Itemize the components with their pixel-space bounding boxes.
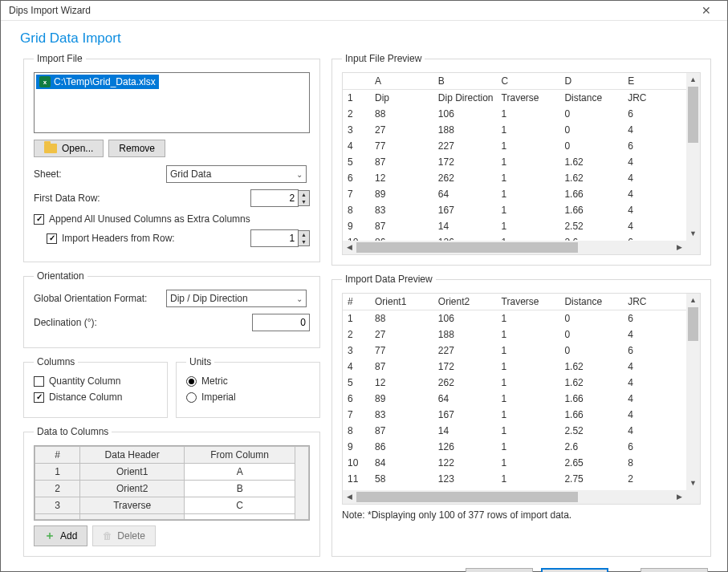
first-row-spinner[interactable]: ▲▼ (250, 189, 310, 207)
table-row[interactable] (35, 514, 309, 520)
format-label: Global Orientation Format: (34, 293, 166, 304)
table-row[interactable]: 6896411.664 (343, 391, 700, 407)
scroll-up-icon[interactable]: ▲ (686, 73, 700, 87)
table-row[interactable]: 3 Traverse C (35, 497, 309, 514)
chevron-down-icon: ⌄ (296, 170, 303, 179)
open-button[interactable]: Open... (34, 140, 104, 157)
remove-button[interactable]: Remove (108, 140, 165, 157)
spin-down-icon[interactable]: ▼ (299, 198, 309, 205)
table-row[interactable]: 327188104 (343, 122, 700, 138)
d2c-scrollbar[interactable] (295, 447, 309, 520)
import-headers-spinner[interactable]: ▲▼ (250, 229, 310, 247)
window-title: Dips Import Wizard (9, 5, 693, 16)
table-row[interactable]: 288106106 (343, 106, 700, 122)
table-row[interactable]: 1 Orient1 A (35, 464, 309, 481)
excel-icon: x (39, 76, 51, 87)
table-row[interactable]: 61226211.624 (343, 170, 700, 186)
spin-down-icon[interactable]: ▼ (299, 238, 309, 245)
spin-up-icon[interactable]: ▲ (299, 231, 309, 238)
scroll-left-icon[interactable]: ◀ (343, 241, 356, 254)
spin-up-icon[interactable]: ▲ (299, 191, 309, 198)
horizontal-scrollbar[interactable]: ◀ ▶ (343, 490, 686, 504)
input-preview-table[interactable]: ABCDE1DipDip DirectionTraverseDistanceJR… (342, 72, 701, 255)
data-to-columns-group: Data to Columns # Data Header From Colum… (23, 426, 320, 557)
file-list[interactable]: x C:\Temp\Grid_Data.xlsx (34, 72, 310, 133)
table-row[interactable]: 58717211.624 (343, 154, 700, 170)
plus-icon: ＋ (44, 529, 55, 543)
table-row[interactable]: 7896411.664 (343, 186, 700, 202)
table-row[interactable]: 78316711.664 (343, 407, 700, 423)
vertical-scrollbar[interactable]: ▲ ▼ (686, 73, 700, 241)
titlebar: Dips Import Wizard ✕ (1, 1, 727, 21)
metric-radio[interactable] (186, 376, 197, 387)
d2c-grid[interactable]: # Data Header From Column 1 Orient1 A 2 (34, 445, 310, 521)
scroll-down-icon[interactable]: ▼ (686, 477, 700, 490)
imperial-radio[interactable] (186, 392, 197, 403)
table-row[interactable]: 88316711.664 (343, 202, 700, 218)
declination-input[interactable] (252, 314, 310, 331)
distance-checkbox[interactable] (34, 392, 44, 403)
first-row-label: First Data Row: (34, 193, 166, 204)
file-item[interactable]: x C:\Temp\Grid_Data.xlsx (36, 75, 159, 89)
table-row[interactable]: 2 Orient2 B (35, 481, 309, 497)
sheet-select[interactable]: Grid Data ⌄ (166, 165, 307, 183)
wizard-window: Dips Import Wizard ✕ Grid Data Import Im… (0, 0, 728, 572)
page-title: Grid Data Import (1, 21, 727, 53)
append-label: Append All Unused Columns as Extra Colum… (49, 213, 250, 225)
table-header-row: # Data Header From Column (35, 447, 309, 464)
table-row[interactable]: 477227106 (343, 138, 700, 154)
table-row[interactable]: 227188104 (343, 327, 700, 343)
import-headers-input[interactable] (250, 229, 299, 247)
scroll-right-icon[interactable]: ▶ (673, 490, 686, 504)
distance-label: Distance Column (49, 391, 122, 403)
sheet-label: Sheet: (34, 168, 166, 180)
scroll-up-icon[interactable]: ▲ (686, 294, 700, 307)
cancel-button[interactable]: Cancel (641, 568, 708, 572)
table-row[interactable]: 377227106 (343, 343, 700, 359)
orientation-group: Orientation Global Orientation Format: D… (23, 270, 320, 348)
scroll-right-icon[interactable]: ▶ (673, 241, 686, 254)
declination-label: Declination (°): (34, 317, 166, 328)
add-button[interactable]: ＋ Add (34, 525, 87, 546)
imperial-label: Imperial (201, 391, 236, 403)
table-row[interactable]: 1DipDip DirectionTraverseDistanceJRC (343, 90, 700, 107)
close-icon[interactable]: ✕ (693, 1, 719, 20)
table-row[interactable]: 98612612.66 (343, 439, 700, 455)
input-preview-legend: Input File Preview (342, 53, 425, 64)
input-preview-group: Input File Preview ABCDE1DipDip Directio… (331, 53, 711, 266)
vertical-scrollbar[interactable]: ▲ ▼ (686, 294, 700, 490)
quantity-checkbox[interactable] (34, 376, 44, 387)
scroll-down-icon[interactable]: ▼ (686, 227, 700, 241)
units-legend: Units (186, 356, 214, 367)
columns-group: Columns Quantity Column Distance Column (23, 356, 168, 418)
table-row[interactable]: 51226211.624 (343, 375, 700, 391)
import-file-legend: Import File (34, 53, 86, 64)
d2c-legend: Data to Columns (34, 426, 112, 437)
format-select[interactable]: Dip / Dip Direction ⌄ (166, 290, 307, 307)
back-button[interactable]: < Back (466, 568, 533, 572)
next-button[interactable]: Next > (541, 568, 608, 572)
scroll-left-icon[interactable]: ◀ (343, 490, 356, 504)
first-row-input[interactable] (250, 189, 299, 207)
units-group: Units Metric Imperial (176, 356, 320, 418)
folder-icon (44, 144, 57, 153)
table-row[interactable]: 9871412.524 (343, 218, 700, 234)
table-row[interactable]: 8871412.524 (343, 423, 700, 439)
table-row[interactable]: 115812312.752 (343, 471, 700, 487)
append-checkbox[interactable] (34, 214, 44, 225)
import-preview-legend: Import Data Preview (342, 274, 436, 285)
chevron-down-icon: ⌄ (296, 294, 303, 303)
import-headers-checkbox[interactable] (47, 233, 57, 244)
preview-note: Note: *Displaying only 100 of 377 rows o… (342, 509, 701, 521)
footer: Overwrite Existing Grid Data < Back Next… (1, 560, 727, 572)
table-row[interactable]: 188106106 (343, 310, 700, 327)
table-row[interactable]: 48717211.624 (343, 359, 700, 375)
orientation-legend: Orientation (34, 270, 87, 282)
quantity-label: Quantity Column (49, 375, 120, 387)
horizontal-scrollbar[interactable]: ◀ ▶ (343, 241, 686, 254)
table-row[interactable]: 108412212.658 (343, 455, 700, 471)
metric-label: Metric (201, 375, 228, 387)
import-preview-group: Import Data Preview #Orient1Orient2Trave… (331, 274, 711, 557)
import-preview-table[interactable]: #Orient1Orient2TraverseDistanceJRC188106… (342, 293, 701, 505)
import-file-group: Import File x C:\Temp\Grid_Data.xlsx Ope… (23, 53, 320, 262)
